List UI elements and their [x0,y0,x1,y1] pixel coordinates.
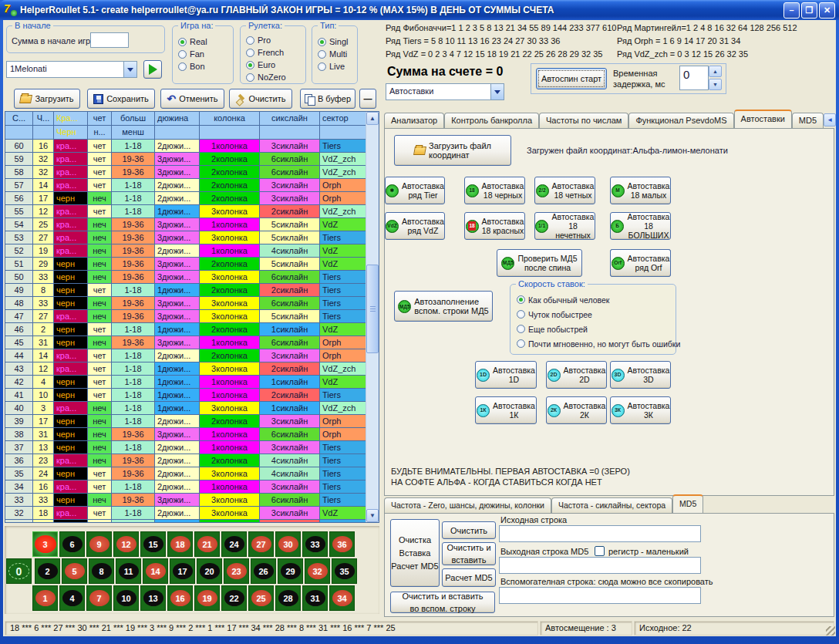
clear-button[interactable]: Очистить [229,89,292,109]
radio-option[interactable]: Fan [178,48,207,60]
roulette-number-21[interactable]: 21 [194,531,220,557]
roulette-number-29[interactable]: 29 [278,558,303,584]
table-scrollbar[interactable]: ▲ ▼ [366,112,379,522]
tab[interactable]: Частота - Zero, шансы, дюжины, колонки [384,497,551,513]
autostake-button[interactable]: 3DАвтоставка3D [610,361,671,389]
autostake-button[interactable]: 1/1Автоставка18 нечетных [534,212,595,240]
table-row[interactable]: 6016кра...чет1-182дюжи...1колонка3сиклай… [5,140,367,153]
radio-option[interactable]: Как обычный человек [517,292,680,307]
scroll-down-icon[interactable]: ▼ [366,509,379,522]
window-control-button[interactable]: ❒ [801,2,817,19]
radio-option[interactable]: Еще побыстрей [517,322,680,336]
roulette-number-15[interactable]: 15 [140,531,166,557]
roulette-number-18[interactable]: 18 [167,531,193,557]
table-row[interactable]: 4414кра...чет1-182дюжи...2колонка3сиклай… [5,349,367,362]
roulette-number-8[interactable]: 8 [89,558,114,584]
table-row[interactable]: 5512кра...чет1-181дюжи...3колонка2сиклай… [5,205,367,218]
autofill-md5-button[interactable]: МД5 Автозаполнение вспом. строки МД5 [394,291,493,322]
radio-option[interactable]: Bon [178,60,207,72]
load-button[interactable]: Загрузить [14,89,80,109]
roulette-number-22[interactable]: 22 [221,585,247,611]
roulette-number-1[interactable]: 1 [32,585,58,611]
roulette-number-31[interactable]: 31 [302,585,328,611]
roulette-number-26[interactable]: 26 [251,558,276,584]
radio-option[interactable]: French [246,46,286,59]
save-button[interactable]: Сохранить [87,89,155,109]
load-coords-button[interactable]: Загрузить файл координат [394,135,511,166]
source-string-input[interactable] [499,525,701,542]
roulette-number-6[interactable]: 6 [59,531,85,557]
table-row[interactable]: 5327кра...неч19-363дюжи...3колонка5сикла… [5,231,367,244]
roulette-number-16[interactable]: 16 [167,585,193,611]
table-row[interactable]: 4312кра...чет1-181дюжи...3колонка2сиклай… [5,362,367,376]
roulette-number-11[interactable]: 11 [116,558,141,584]
table-row[interactable]: 3333черннеч19-363дюжи...3колонка6сиклайн… [5,494,367,507]
roulette-number-23[interactable]: 23 [224,558,249,584]
tab[interactable]: Анализатор [384,113,444,128]
table-row[interactable]: 462чернчет1-181дюжи...2колонка1сиклайнVd… [5,323,367,336]
collapse-button[interactable]: — [359,89,376,109]
radio-option[interactable]: NoZero [246,71,286,83]
play-button[interactable] [143,60,162,79]
autostake-button[interactable]: МД5Проверить МД5после спина [497,249,582,277]
roulette-number-12[interactable]: 12 [113,531,139,557]
roulette-number-32[interactable]: 32 [305,558,330,584]
roulette-number-28[interactable]: 28 [275,585,301,611]
table-row[interactable]: 4531черннеч19-363дюжи...1колонка6сиклайн… [5,336,367,349]
spinner-up-icon[interactable]: ▲ [709,66,722,77]
table-row[interactable]: 3623кра...неч19-362дюжи...2колонка4сикла… [5,454,367,467]
table-row[interactable]: 3917черннеч1-182дюжи...2колонка3сиклайнO… [5,415,367,428]
autostake-button[interactable]: БАвтоставка18 БОЛЬШИХ [610,212,671,240]
roulette-number-30[interactable]: 30 [275,531,301,557]
table-row[interactable]: 5219кра...неч19-362дюжи...1колонка4сикла… [5,244,367,258]
table-row[interactable]: 5932кра...чет19-363дюжи...2колонка6сикла… [5,153,367,166]
roulette-number-19[interactable]: 19 [194,585,220,611]
tab[interactable]: Контроль банкролла [444,113,539,128]
autostake-button[interactable]: 2/2Автоставка18 четных [534,177,595,204]
autostake-button[interactable]: 2КАвтоставка2К [546,396,607,424]
autostake-button[interactable]: 3КАвтоставка3К [610,396,671,424]
register-checkbox[interactable] [595,546,605,556]
copy-to-buffer-button[interactable]: В буфер [300,89,355,109]
radio-option[interactable]: Чуток побыстрее [517,307,680,322]
roulette-number-17[interactable]: 17 [170,558,195,584]
undo-button[interactable]: ↶Отменить [160,89,224,109]
md5-clear-paste-aux-button[interactable]: Очистить и вставить во вспом. строку [390,592,495,613]
radio-option[interactable]: Pro [246,34,286,46]
table-row[interactable]: 3713черннеч1-182дюжи...1колонка3сиклайнT… [5,441,367,454]
roulette-number-10[interactable]: 10 [113,585,139,611]
roulette-number-33[interactable]: 33 [302,531,328,557]
autostake-button[interactable]: 18Автоставка18 черных [464,177,525,204]
autostake-button[interactable]: OrfАвтоставкаряд Orf [610,249,671,277]
table-row[interactable]: 5129черннеч19-363дюжи...2колонка5сиклайн… [5,258,367,271]
autostake-button[interactable]: 1DАвтоставка1D [475,361,537,389]
table-row[interactable]: 318чернчет1-181дюжи...2колонка2сиклайнTi… [5,520,367,523]
table-row[interactable]: 403кра...неч1-181дюжи...3колонка1сиклайн… [5,402,367,415]
tab[interactable]: Функционал PsevdoMS [628,113,733,128]
roulette-number-27[interactable]: 27 [248,531,274,557]
scrollbar-thumb[interactable] [366,265,379,353]
autospin-start-button[interactable]: Автоспин старт [536,68,607,89]
autostake-button[interactable]: ✱Автоставкаряд Tier [385,177,445,204]
roulette-number-20[interactable]: 20 [197,558,222,584]
roulette-number-4[interactable]: 4 [59,585,85,611]
tab[interactable]: MD5 [792,113,824,128]
radio-option[interactable]: Real [178,35,207,48]
radio-option[interactable]: Live [318,60,348,72]
roulette-number-14[interactable]: 14 [143,558,168,584]
output-string-input[interactable] [499,557,701,574]
radio-option[interactable]: Почти мгновенно, но могут быть ошибки [517,336,680,351]
autostake-button[interactable]: МАвтоставка18 малых [610,177,671,204]
roulette-number-3[interactable]: 3 [32,531,58,557]
window-control-button[interactable]: – [783,2,800,19]
roulette-number-9[interactable]: 9 [86,531,112,557]
md5-clear-button[interactable]: Очистить [442,521,496,539]
table-row[interactable]: 5617черннеч1-182дюжи...2колонка3сиклайнO… [5,192,367,205]
roulette-number-0[interactable]: 0 [6,558,32,584]
autostake-button[interactable]: 2DАвтоставка2D [546,361,607,389]
table-row[interactable]: 3218кра...чет1-182дюжи...3колонка3сиклай… [5,507,367,520]
profile-combobox[interactable]: 1Melonati [6,61,137,78]
roulette-number-34[interactable]: 34 [329,585,355,611]
table-row[interactable]: 5033черннеч19-363дюжи...3колонка6сиклайн… [5,271,367,284]
tab[interactable]: Автоставки [734,110,792,128]
